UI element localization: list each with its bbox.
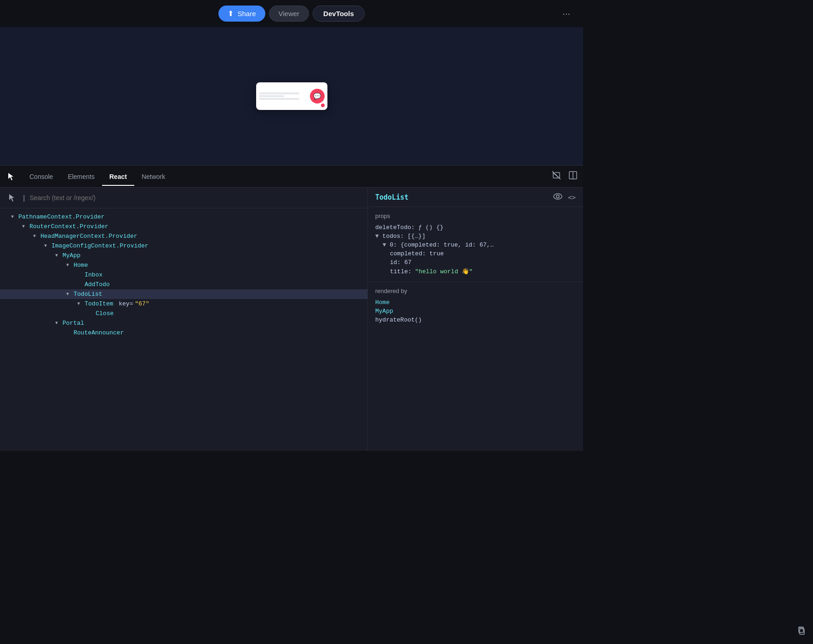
tree-item-routeannouncer[interactable]: ▼ RouteAnnouncer	[0, 328, 367, 338]
tab-network-label: Network	[142, 173, 165, 180]
tree-item-portal[interactable]: ▼ Portal	[0, 318, 367, 328]
devtools-tabs: Console Elements React Network	[0, 166, 583, 188]
tree-arrow: ▼	[66, 292, 72, 297]
svg-point-3	[556, 195, 559, 198]
search-input[interactable]	[29, 194, 362, 201]
chat-icon: 💬	[313, 92, 321, 100]
prop-key: title:	[390, 268, 415, 275]
tree-arrow: ▼	[33, 234, 39, 239]
prop-key: 0:	[390, 242, 401, 248]
right-panel: TodoList <> props de	[368, 188, 583, 451]
eye-icon-button[interactable]	[553, 192, 562, 202]
devtools-panel: Console Elements React Network	[0, 165, 583, 451]
app-preview-content	[259, 92, 310, 100]
right-header-icons: <>	[553, 192, 576, 202]
prop-value: "hello world 👋"	[415, 268, 473, 275]
tree-item-headmanager-provider[interactable]: ▼ HeadManagerContext.Provider	[0, 231, 367, 241]
viewer-button[interactable]: Viewer	[269, 6, 309, 22]
tree-arrow: ▼	[66, 263, 72, 268]
prop-value: [{…}]	[407, 233, 425, 240]
prop-todos: ▼ todos: [{…}]	[375, 232, 576, 241]
tree-node-label: ImageConfigContext.Provider	[52, 242, 149, 249]
preview-line-1	[259, 92, 300, 94]
tab-cursor-icon	[4, 169, 18, 184]
prop-value: {completed: true, id: 67,…	[401, 242, 494, 248]
prop-value: 67	[404, 259, 412, 266]
tree-node-label: TodoList	[74, 291, 102, 298]
tree-node-label: TodoItem	[85, 300, 113, 307]
left-panel: | ▼ PathnameContext.Provider ▼ RouterCon…	[0, 188, 368, 451]
tab-network[interactable]: Network	[134, 167, 172, 186]
tree-arrow: ▼	[77, 301, 83, 306]
tab-react-label: React	[109, 173, 127, 180]
component-tree: ▼ PathnameContext.Provider ▼ RouterConte…	[0, 208, 367, 451]
expand-arrow[interactable]: ▼	[383, 242, 390, 248]
prop-completed: completed: true	[375, 249, 576, 258]
tab-console[interactable]: Console	[22, 167, 60, 186]
rendered-by-section: rendered by Home MyApp hydrateRoot()	[368, 282, 583, 330]
devtools-button[interactable]: DevTools	[313, 6, 364, 22]
prop-key: todos:	[383, 233, 408, 240]
tree-item-imageconfig-provider[interactable]: ▼ ImageConfigContext.Provider	[0, 241, 367, 251]
code-brackets-icon: <>	[568, 194, 576, 201]
prop-value: true	[429, 250, 444, 257]
expand-arrow[interactable]: ▼	[375, 233, 383, 240]
preview-line-3	[259, 98, 300, 100]
tree-node-label: Portal	[63, 320, 84, 327]
rendered-by-home[interactable]: Home	[375, 298, 576, 307]
prop-todos-0: ▼ 0: {completed: true, id: 67,…	[375, 241, 576, 249]
tree-item-inbox[interactable]: ▼ Inbox	[0, 270, 367, 280]
top-bar: ⬆ Share Viewer DevTools ···	[0, 0, 583, 27]
svg-point-2	[554, 194, 562, 199]
tree-item-myapp[interactable]: ▼ MyApp	[0, 251, 367, 260]
props-label: props	[375, 213, 576, 219]
devtools-label: DevTools	[323, 10, 354, 17]
more-icon: ···	[562, 8, 570, 18]
prop-key: deleteTodo:	[375, 224, 418, 231]
prop-key: id:	[390, 259, 404, 266]
tree-node-label: Inbox	[85, 271, 103, 278]
rendered-by-myapp[interactable]: MyApp	[375, 307, 576, 316]
app-preview-badge: 💬	[310, 89, 325, 104]
camera-off-icon[interactable]	[550, 169, 563, 184]
tree-item-todolist[interactable]: ▼ TodoList	[0, 289, 367, 299]
prop-id: id: 67	[375, 258, 576, 267]
tree-node-label: Home	[74, 262, 88, 269]
share-icon: ⬆	[228, 9, 234, 18]
notification-dot	[321, 104, 325, 107]
tab-icons	[550, 169, 579, 184]
share-button[interactable]: ⬆ Share	[218, 6, 265, 22]
tree-item-home[interactable]: ▼ Home	[0, 260, 367, 270]
code-icon-button[interactable]: <>	[568, 194, 576, 201]
tree-item-todoitem[interactable]: ▼ TodoItem key= "67"	[0, 299, 367, 309]
tree-node-label: HeadManagerContext.Provider	[40, 233, 137, 240]
devtools-content: | ▼ PathnameContext.Provider ▼ RouterCon…	[0, 188, 583, 451]
tab-elements-label: Elements	[68, 173, 94, 180]
tab-elements[interactable]: Elements	[60, 167, 102, 186]
tree-node-label: PathnameContext.Provider	[18, 213, 104, 220]
tree-node-label: RouterContext.Provider	[29, 223, 109, 230]
tree-item-pathname-provider[interactable]: ▼ PathnameContext.Provider	[0, 212, 367, 222]
prop-key: completed:	[390, 250, 429, 257]
search-bar: |	[0, 188, 367, 208]
tree-node-label: Close	[96, 310, 114, 317]
preview-line-2	[259, 95, 285, 97]
prop-title: title: "hello world 👋"	[375, 267, 576, 276]
tree-item-router-provider[interactable]: ▼ RouterContext.Provider	[0, 222, 367, 231]
more-button[interactable]: ···	[559, 6, 574, 21]
tab-console-label: Console	[29, 173, 53, 180]
tree-item-close[interactable]: ▼ Close	[0, 309, 367, 318]
layout-icon[interactable]	[567, 169, 579, 184]
tree-node-label: MyApp	[63, 252, 80, 259]
right-panel-header: TodoList <>	[368, 188, 583, 207]
tree-arrow: ▼	[22, 224, 28, 229]
prop-delete-todo: deleteTodo: ƒ () {}	[375, 223, 576, 232]
tree-item-addtodo[interactable]: ▼ AddTodo	[0, 280, 367, 289]
share-label: Share	[237, 10, 256, 17]
tab-react[interactable]: React	[102, 167, 134, 186]
preview-area: 💬	[0, 27, 583, 165]
app-preview-card: 💬	[256, 82, 327, 110]
tree-arrow: ▼	[44, 243, 50, 248]
tree-arrow: ▼	[11, 214, 17, 219]
tree-node-label: AddTodo	[85, 281, 110, 288]
